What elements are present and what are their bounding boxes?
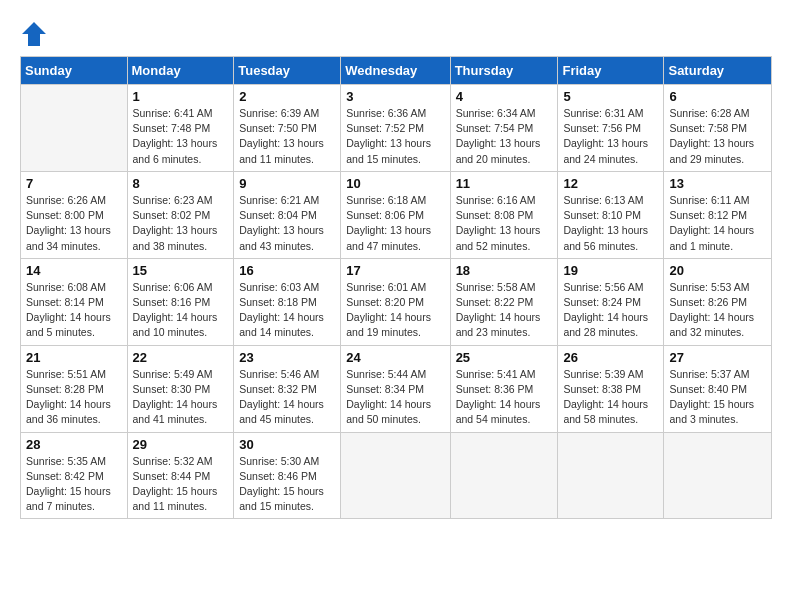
table-cell: 29Sunrise: 5:32 AMSunset: 8:44 PMDayligh… [127,432,234,519]
table-cell: 20Sunrise: 5:53 AMSunset: 8:26 PMDayligh… [664,258,772,345]
table-cell: 25Sunrise: 5:41 AMSunset: 8:36 PMDayligh… [450,345,558,432]
day-info: Sunrise: 6:31 AMSunset: 7:56 PMDaylight:… [563,106,658,167]
day-number: 20 [669,263,766,278]
table-cell [450,432,558,519]
page-header [20,20,772,48]
day-number: 3 [346,89,444,104]
day-number: 10 [346,176,444,191]
day-info: Sunrise: 5:37 AMSunset: 8:40 PMDaylight:… [669,367,766,428]
day-info: Sunrise: 6:39 AMSunset: 7:50 PMDaylight:… [239,106,335,167]
day-number: 12 [563,176,658,191]
table-cell: 10Sunrise: 6:18 AMSunset: 8:06 PMDayligh… [341,171,450,258]
day-info: Sunrise: 5:39 AMSunset: 8:38 PMDaylight:… [563,367,658,428]
svg-marker-0 [22,22,46,46]
week-row-3: 14Sunrise: 6:08 AMSunset: 8:14 PMDayligh… [21,258,772,345]
day-number: 7 [26,176,122,191]
table-cell: 12Sunrise: 6:13 AMSunset: 8:10 PMDayligh… [558,171,664,258]
header-sunday: Sunday [21,57,128,85]
table-cell: 17Sunrise: 6:01 AMSunset: 8:20 PMDayligh… [341,258,450,345]
table-cell: 2Sunrise: 6:39 AMSunset: 7:50 PMDaylight… [234,85,341,172]
day-number: 27 [669,350,766,365]
day-number: 18 [456,263,553,278]
day-number: 17 [346,263,444,278]
table-cell: 9Sunrise: 6:21 AMSunset: 8:04 PMDaylight… [234,171,341,258]
table-cell: 16Sunrise: 6:03 AMSunset: 8:18 PMDayligh… [234,258,341,345]
table-cell: 28Sunrise: 5:35 AMSunset: 8:42 PMDayligh… [21,432,128,519]
table-cell: 27Sunrise: 5:37 AMSunset: 8:40 PMDayligh… [664,345,772,432]
day-info: Sunrise: 5:49 AMSunset: 8:30 PMDaylight:… [133,367,229,428]
day-number: 24 [346,350,444,365]
day-info: Sunrise: 5:35 AMSunset: 8:42 PMDaylight:… [26,454,122,515]
day-info: Sunrise: 5:51 AMSunset: 8:28 PMDaylight:… [26,367,122,428]
table-cell: 18Sunrise: 5:58 AMSunset: 8:22 PMDayligh… [450,258,558,345]
table-cell: 15Sunrise: 6:06 AMSunset: 8:16 PMDayligh… [127,258,234,345]
day-info: Sunrise: 5:53 AMSunset: 8:26 PMDaylight:… [669,280,766,341]
calendar-header-row: SundayMondayTuesdayWednesdayThursdayFrid… [21,57,772,85]
table-cell: 6Sunrise: 6:28 AMSunset: 7:58 PMDaylight… [664,85,772,172]
table-cell: 7Sunrise: 6:26 AMSunset: 8:00 PMDaylight… [21,171,128,258]
header-thursday: Thursday [450,57,558,85]
day-number: 6 [669,89,766,104]
day-number: 19 [563,263,658,278]
day-info: Sunrise: 6:41 AMSunset: 7:48 PMDaylight:… [133,106,229,167]
day-number: 26 [563,350,658,365]
table-cell [341,432,450,519]
table-cell: 1Sunrise: 6:41 AMSunset: 7:48 PMDaylight… [127,85,234,172]
day-number: 30 [239,437,335,452]
day-info: Sunrise: 5:44 AMSunset: 8:34 PMDaylight:… [346,367,444,428]
day-number: 2 [239,89,335,104]
day-info: Sunrise: 5:46 AMSunset: 8:32 PMDaylight:… [239,367,335,428]
day-number: 25 [456,350,553,365]
week-row-2: 7Sunrise: 6:26 AMSunset: 8:00 PMDaylight… [21,171,772,258]
day-info: Sunrise: 6:34 AMSunset: 7:54 PMDaylight:… [456,106,553,167]
day-number: 13 [669,176,766,191]
day-number: 22 [133,350,229,365]
table-cell: 22Sunrise: 5:49 AMSunset: 8:30 PMDayligh… [127,345,234,432]
header-tuesday: Tuesday [234,57,341,85]
day-info: Sunrise: 6:28 AMSunset: 7:58 PMDaylight:… [669,106,766,167]
day-info: Sunrise: 5:56 AMSunset: 8:24 PMDaylight:… [563,280,658,341]
day-number: 4 [456,89,553,104]
day-info: Sunrise: 6:23 AMSunset: 8:02 PMDaylight:… [133,193,229,254]
header-friday: Friday [558,57,664,85]
calendar-table: SundayMondayTuesdayWednesdayThursdayFrid… [20,56,772,519]
day-number: 8 [133,176,229,191]
day-number: 21 [26,350,122,365]
table-cell: 4Sunrise: 6:34 AMSunset: 7:54 PMDaylight… [450,85,558,172]
day-number: 1 [133,89,229,104]
table-cell: 5Sunrise: 6:31 AMSunset: 7:56 PMDaylight… [558,85,664,172]
day-info: Sunrise: 6:06 AMSunset: 8:16 PMDaylight:… [133,280,229,341]
table-cell: 26Sunrise: 5:39 AMSunset: 8:38 PMDayligh… [558,345,664,432]
table-cell [21,85,128,172]
day-info: Sunrise: 5:30 AMSunset: 8:46 PMDaylight:… [239,454,335,515]
day-number: 14 [26,263,122,278]
day-info: Sunrise: 6:16 AMSunset: 8:08 PMDaylight:… [456,193,553,254]
day-info: Sunrise: 5:41 AMSunset: 8:36 PMDaylight:… [456,367,553,428]
day-number: 11 [456,176,553,191]
logo-icon [20,20,48,48]
day-info: Sunrise: 6:08 AMSunset: 8:14 PMDaylight:… [26,280,122,341]
week-row-5: 28Sunrise: 5:35 AMSunset: 8:42 PMDayligh… [21,432,772,519]
day-number: 28 [26,437,122,452]
day-info: Sunrise: 6:01 AMSunset: 8:20 PMDaylight:… [346,280,444,341]
day-info: Sunrise: 6:13 AMSunset: 8:10 PMDaylight:… [563,193,658,254]
table-cell [664,432,772,519]
table-cell: 19Sunrise: 5:56 AMSunset: 8:24 PMDayligh… [558,258,664,345]
table-cell: 24Sunrise: 5:44 AMSunset: 8:34 PMDayligh… [341,345,450,432]
table-cell: 8Sunrise: 6:23 AMSunset: 8:02 PMDaylight… [127,171,234,258]
table-cell: 11Sunrise: 6:16 AMSunset: 8:08 PMDayligh… [450,171,558,258]
day-number: 16 [239,263,335,278]
header-wednesday: Wednesday [341,57,450,85]
table-cell: 23Sunrise: 5:46 AMSunset: 8:32 PMDayligh… [234,345,341,432]
header-monday: Monday [127,57,234,85]
day-number: 9 [239,176,335,191]
day-info: Sunrise: 6:21 AMSunset: 8:04 PMDaylight:… [239,193,335,254]
day-number: 23 [239,350,335,365]
day-info: Sunrise: 5:32 AMSunset: 8:44 PMDaylight:… [133,454,229,515]
table-cell: 21Sunrise: 5:51 AMSunset: 8:28 PMDayligh… [21,345,128,432]
day-info: Sunrise: 6:03 AMSunset: 8:18 PMDaylight:… [239,280,335,341]
logo [20,20,52,48]
day-info: Sunrise: 5:58 AMSunset: 8:22 PMDaylight:… [456,280,553,341]
day-info: Sunrise: 6:18 AMSunset: 8:06 PMDaylight:… [346,193,444,254]
week-row-1: 1Sunrise: 6:41 AMSunset: 7:48 PMDaylight… [21,85,772,172]
